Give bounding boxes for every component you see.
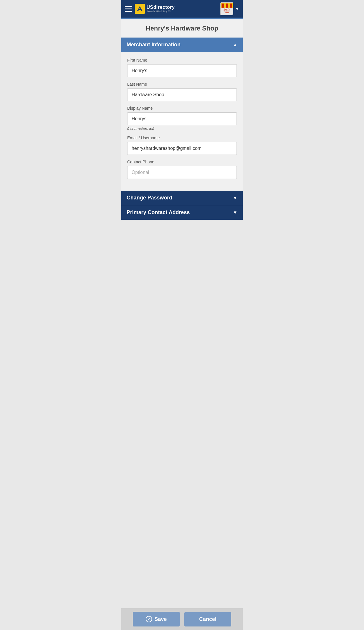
logo-container: USdirectory Search. Find. Buy.™: [135, 4, 175, 14]
email-label: Email / Username: [127, 136, 237, 140]
email-group: Email / Username: [127, 136, 237, 155]
merchant-thumbnail[interactable]: Henry'sHardwareShop: [220, 2, 233, 15]
primary-contact-section-header[interactable]: Primary Contact Address ▼: [121, 205, 243, 220]
page-title-section: Henry's Hardware Shop: [121, 19, 243, 38]
change-password-section-header[interactable]: Change Password ▼: [121, 191, 243, 205]
usdirectory-logo-icon: [135, 4, 145, 14]
first-name-group: First Name: [127, 58, 237, 77]
merchant-info-section-header[interactable]: Merchant Information ▲: [121, 38, 243, 52]
first-name-input[interactable]: [127, 64, 237, 77]
email-input[interactable]: [127, 142, 237, 155]
merchant-info-toggle-icon: ▲: [233, 42, 237, 48]
account-dropdown-icon[interactable]: ▼: [235, 6, 239, 11]
primary-contact-toggle-icon: ▼: [233, 210, 237, 215]
tagline: Search. Find. Buy.™: [147, 10, 175, 13]
display-name-label: Display Name: [127, 106, 237, 111]
display-name-group: Display Name 9 characters left: [127, 106, 237, 131]
bottom-spacer: [121, 220, 243, 243]
phone-label: Contact Phone: [127, 160, 237, 164]
logo-text: USdirectory Search. Find. Buy.™: [147, 5, 175, 13]
char-count-text: 9 characters left: [127, 126, 237, 131]
brand-name: USdirectory: [147, 5, 175, 10]
change-password-toggle-icon: ▼: [233, 195, 237, 201]
phone-group: Contact Phone: [127, 160, 237, 179]
hamburger-menu-button[interactable]: [125, 6, 132, 12]
header-right: Henry'sHardwareShop ▼: [220, 2, 239, 15]
phone-input[interactable]: [127, 166, 237, 179]
change-password-label: Change Password: [127, 195, 172, 201]
primary-contact-label: Primary Contact Address: [127, 209, 190, 216]
app-header: USdirectory Search. Find. Buy.™ Henry'sH…: [121, 0, 243, 18]
header-left: USdirectory Search. Find. Buy.™: [125, 4, 175, 14]
last-name-label: Last Name: [127, 82, 237, 87]
merchant-info-form: First Name Last Name Display Name 9 char…: [121, 52, 243, 191]
first-name-label: First Name: [127, 58, 237, 62]
last-name-input[interactable]: [127, 88, 237, 101]
display-name-input[interactable]: [127, 112, 237, 125]
last-name-group: Last Name: [127, 82, 237, 101]
merchant-info-label: Merchant Information: [127, 42, 181, 48]
page-title: Henry's Hardware Shop: [126, 25, 238, 32]
